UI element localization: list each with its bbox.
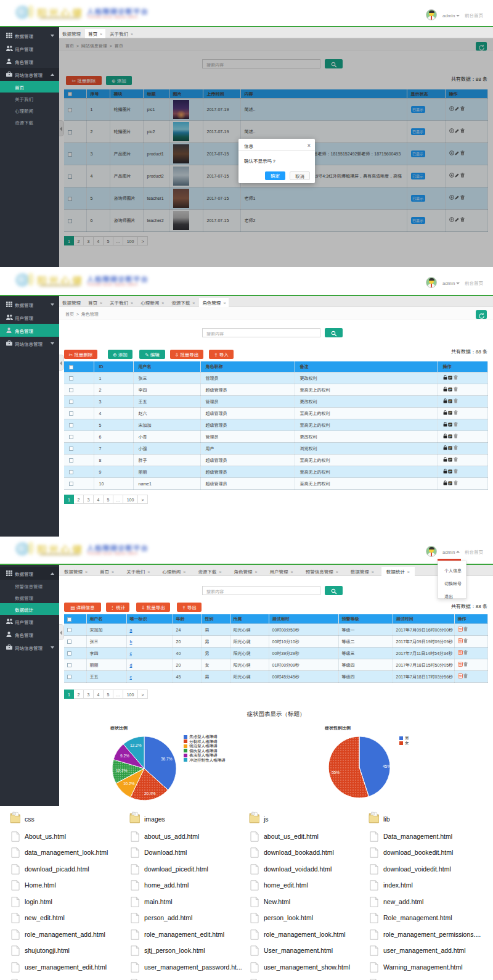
svg-text:预: 预 [458, 662, 462, 666]
svg-text:预: 预 [458, 638, 462, 643]
svg-text:预: 预 [458, 673, 462, 678]
svg-text:预: 预 [458, 627, 462, 631]
svg-text:预: 预 [458, 650, 462, 654]
